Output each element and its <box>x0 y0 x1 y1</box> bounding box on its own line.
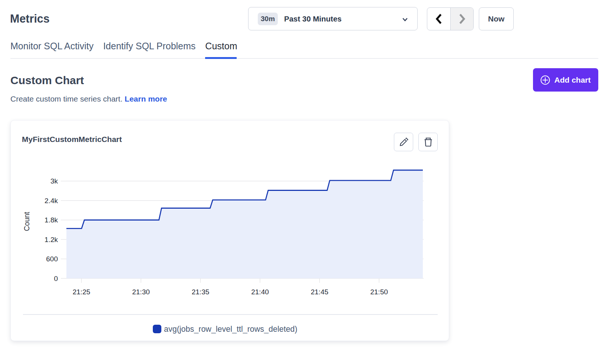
svg-text:21:35: 21:35 <box>192 288 210 296</box>
svg-text:600: 600 <box>46 255 58 263</box>
svg-text:21:30: 21:30 <box>132 288 150 296</box>
svg-text:3k: 3k <box>50 177 58 185</box>
svg-text:21:45: 21:45 <box>311 288 329 296</box>
svg-text:Count: Count <box>23 212 31 231</box>
svg-text:0: 0 <box>54 275 58 282</box>
svg-text:21:40: 21:40 <box>251 288 269 296</box>
svg-text:2.4k: 2.4k <box>45 197 58 205</box>
svg-text:avg(jobs_row_level_ttl_rows_de: avg(jobs_row_level_ttl_rows_deleted) <box>164 325 297 334</box>
svg-text:21:50: 21:50 <box>370 288 388 296</box>
svg-text:1.8k: 1.8k <box>45 216 58 224</box>
svg-text:21:25: 21:25 <box>73 288 91 296</box>
svg-text:1.2k: 1.2k <box>45 236 58 244</box>
